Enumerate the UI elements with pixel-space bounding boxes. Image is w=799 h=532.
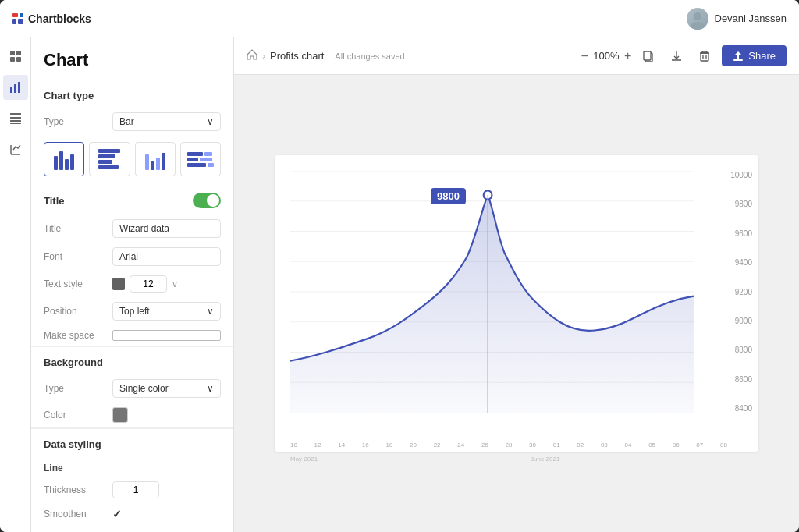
bg-chevron-icon: ∨ (207, 383, 214, 394)
bg-type-row: Type Single color ∨ (31, 374, 233, 403)
main-layout: Chart Chart type Type Bar ∨ (0, 37, 799, 532)
copy-btn[interactable] (637, 45, 659, 67)
title-input[interactable] (112, 219, 221, 238)
logo-icon (12, 13, 23, 24)
position-chevron-icon: ∨ (207, 306, 214, 317)
thickness-label: Thickness (44, 484, 106, 495)
type-label: Type (44, 116, 106, 127)
user-name: Devani Janssen (715, 12, 787, 24)
bg-type-select[interactable]: Single color ∨ (112, 379, 221, 398)
smoothen-label: Smoothen (44, 509, 106, 520)
font-row: Font (31, 243, 233, 271)
svg-rect-9 (10, 113, 21, 115)
points-subsection: Points (31, 525, 233, 532)
svg-rect-16 (644, 51, 651, 60)
zoom-minus-btn[interactable]: − (581, 50, 588, 62)
month-june: June 2021 (531, 456, 727, 463)
smoothen-row: Smoothen ✓ (31, 503, 233, 525)
chart-area: 9800 10000 9800 9600 9400 9200 9000 8800… (234, 75, 799, 532)
font-label: Font (44, 251, 106, 262)
title-input-row: Title (31, 215, 233, 243)
sidebar-item-chart[interactable] (3, 75, 28, 100)
title-toggle[interactable] (193, 193, 221, 208)
delete-btn[interactable] (694, 45, 716, 67)
left-panel: Chart Chart type Type Bar ∨ (31, 37, 234, 532)
position-row: Position Top left ∨ (31, 297, 233, 325)
chart-svg (290, 171, 727, 413)
avatar (687, 8, 708, 30)
app-name: Chartblocks (28, 12, 91, 25)
panel-title: Chart (31, 37, 233, 80)
breadcrumb-separator: › (262, 51, 265, 62)
home-icon[interactable] (247, 49, 257, 62)
chart-type-select[interactable]: Bar ∨ (112, 112, 221, 131)
chart-thumb-stacked[interactable] (89, 142, 130, 176)
download-btn[interactable] (666, 45, 687, 67)
text-style-row: Text style ∨ (31, 271, 233, 297)
chart-thumb-grouped[interactable] (135, 142, 176, 176)
svg-rect-2 (10, 51, 15, 55)
breadcrumb: › Profits chart All changes saved (247, 49, 405, 62)
color-row: Color (31, 403, 233, 427)
chart-thumb-bar[interactable] (44, 142, 84, 176)
svg-rect-19 (701, 53, 708, 61)
breadcrumb-saved-status: All changes saved (335, 51, 404, 61)
sidebar-item-grid[interactable] (3, 44, 28, 69)
bg-color-swatch[interactable] (112, 407, 128, 423)
x-axis: 10 12 14 16 18 20 22 24 26 28 30 01 02 0… (290, 442, 727, 449)
font-input[interactable] (112, 247, 221, 266)
make-space-row: Make space (31, 325, 233, 346)
svg-point-0 (694, 12, 701, 20)
make-space-label: Make space (44, 330, 106, 341)
section-background: Background (31, 346, 233, 374)
sidebar-item-table[interactable] (3, 106, 28, 131)
text-color-swatch[interactable] (112, 278, 125, 290)
thickness-row: Thickness (31, 477, 233, 503)
svg-rect-12 (10, 123, 21, 124)
position-label: Position (44, 306, 106, 317)
top-bar-left: Chartblocks (12, 12, 91, 25)
section-data-styling: Data styling (31, 428, 233, 456)
section-title-label: Title (44, 195, 65, 207)
share-button[interactable]: Share (722, 45, 787, 66)
font-size-chevron[interactable]: ∨ (172, 279, 178, 289)
title-field-label: Title (44, 223, 106, 234)
icon-bar (0, 37, 31, 532)
x-axis-months: May 2021 June 2021 (290, 456, 727, 463)
y-axis: 10000 9800 9600 9400 9200 9000 8800 8600… (730, 171, 752, 413)
svg-rect-10 (10, 117, 21, 119)
svg-rect-6 (10, 87, 12, 93)
svg-rect-8 (18, 82, 20, 93)
chevron-down-icon: ∨ (207, 116, 214, 127)
svg-rect-4 (10, 57, 15, 62)
make-space-checkbox[interactable] (112, 330, 221, 341)
top-bar-right: Devani Janssen (687, 8, 787, 30)
text-style-label: Text style (44, 278, 106, 289)
breadcrumb-current: Profits chart (270, 50, 324, 62)
smoothen-checkmark[interactable]: ✓ (112, 508, 122, 520)
month-may: May 2021 (290, 456, 531, 463)
position-select[interactable]: Top left ∨ (112, 302, 221, 321)
chart-container: 9800 10000 9800 9600 9400 9200 9000 8800… (275, 155, 758, 452)
chart-type-grid (31, 136, 233, 183)
zoom-plus-btn[interactable]: + (624, 50, 631, 62)
chart-type-row: Type Bar ∨ (31, 108, 233, 136)
logo: Chartblocks (12, 12, 91, 25)
chart-tooltip: 9800 (431, 188, 466, 204)
bg-type-label: Type (44, 383, 106, 394)
zoom-control: − 100% + (581, 50, 632, 62)
font-size-input[interactable] (130, 275, 167, 293)
svg-rect-5 (16, 57, 21, 62)
top-bar: Chartblocks Devani Janssen (0, 0, 799, 37)
svg-rect-11 (10, 120, 21, 122)
sidebar-item-axis[interactable] (3, 137, 28, 162)
color-label: Color (44, 410, 106, 420)
svg-point-1 (691, 22, 705, 30)
section-chart-type: Chart type (31, 80, 233, 108)
thickness-input[interactable] (112, 481, 159, 498)
svg-rect-3 (16, 51, 21, 55)
toolbar-right: − 100% + (581, 45, 787, 67)
breadcrumb-bar: › Profits chart All changes saved − 100%… (234, 37, 799, 75)
chart-thumb-horizontal[interactable] (180, 142, 221, 176)
zoom-level: 100% (591, 50, 621, 62)
